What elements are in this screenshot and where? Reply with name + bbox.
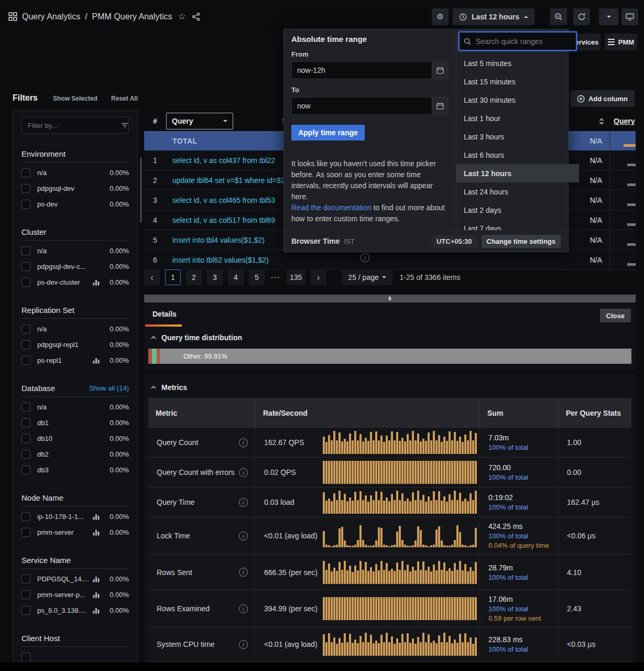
filter-item[interactable]: n/a 0.00% (21, 243, 129, 258)
quick-range-option[interactable]: Last 15 minutes (456, 72, 579, 91)
filter-item[interactable]: pdpgsql-dev 0.00% (21, 180, 129, 196)
calendar-button[interactable] (432, 98, 448, 114)
sum-percent-link[interactable]: 100% of total (488, 605, 528, 613)
time-range-picker-button[interactable]: Last 12 hours (453, 8, 534, 25)
sum-percent-link[interactable]: 100% of total (488, 532, 528, 540)
filter-item[interactable]: pdpgsql-dev-c... 0.00% (21, 258, 129, 274)
checkbox[interactable] (21, 184, 30, 193)
page-button[interactable]: 3 (207, 269, 223, 285)
filter-item[interactable]: ip-10-178-1-1... 0.00% (21, 508, 129, 524)
metrics-section-header[interactable]: Metrics (144, 374, 636, 392)
bar-chart-icon[interactable] (93, 607, 100, 614)
from-input[interactable] (292, 62, 432, 79)
distribution-section-header[interactable]: Query time distribution (144, 333, 636, 342)
checkbox[interactable] (21, 262, 30, 271)
filter-search-input[interactable] (27, 121, 121, 130)
filter-item[interactable] (21, 649, 129, 662)
filter-item[interactable]: db3 0.00% (21, 462, 129, 478)
info-icon[interactable]: i (239, 438, 248, 447)
quick-range-option[interactable]: Last 6 hours (456, 146, 579, 164)
quick-range-option[interactable]: Last 1 hour (456, 109, 579, 127)
filter-item[interactable]: pmm-server-p... 0.00% (21, 587, 129, 602)
sum-percent-link[interactable]: 100% of total (488, 473, 528, 481)
last-page-button[interactable]: 135 (287, 269, 305, 285)
bar-chart-icon[interactable] (93, 279, 100, 286)
to-input[interactable] (292, 98, 432, 114)
filter-item[interactable]: ps-dev 0.00% (21, 196, 129, 212)
filter-item[interactable]: n/a 0.00% (21, 399, 129, 415)
reset-all-link[interactable]: Reset All (111, 95, 138, 102)
filter-item[interactable]: ps-dev-cluster 0.00% (21, 274, 129, 290)
calendar-button[interactable] (432, 62, 448, 79)
zoom-out-button[interactable] (550, 8, 567, 25)
checkbox[interactable] (21, 356, 30, 365)
checkbox[interactable] (21, 324, 30, 333)
apply-time-range-button[interactable]: Apply time range (291, 125, 365, 140)
show-selected-link[interactable]: Show Selected (53, 95, 97, 102)
sort-icon[interactable] (599, 118, 604, 125)
checkbox[interactable] (21, 340, 30, 349)
filter-item[interactable]: n/a 0.00% (21, 165, 129, 180)
filter-item[interactable]: db2 0.00% (21, 446, 129, 462)
page-button[interactable]: 5 (249, 269, 265, 285)
filter-item[interactable]: db1 0.00% (21, 415, 129, 430)
tab-details[interactable]: Details (152, 310, 177, 318)
page-ellipsis[interactable]: ••• (271, 274, 280, 280)
checkbox[interactable] (21, 434, 30, 443)
dashboard-settings-button[interactable]: ⚙ (432, 8, 449, 25)
add-column-button[interactable]: Add column (570, 90, 635, 107)
query-row[interactable]: 6 insert into tbl62 values($1,$2) N/A (144, 250, 636, 270)
metric-column-header[interactable]: Query (609, 117, 636, 125)
panel-resize-handle[interactable] (144, 295, 636, 302)
breadcrumb-section[interactable]: Query Analytics (22, 12, 80, 21)
favorite-star-icon[interactable]: ☆ (178, 11, 186, 22)
checkbox[interactable] (21, 512, 30, 521)
read-documentation-link[interactable]: Read the documentation (291, 203, 372, 212)
query-column-select[interactable]: Query (166, 113, 233, 129)
info-icon[interactable]: i (239, 568, 248, 577)
tv-mode-button[interactable] (621, 8, 638, 25)
bar-chart-icon[interactable] (93, 529, 100, 536)
checkbox[interactable] (21, 200, 30, 209)
quick-range-option[interactable]: Last 30 minutes (456, 91, 579, 109)
checkbox[interactable] (21, 278, 30, 287)
info-icon[interactable]: i (239, 532, 248, 540)
apps-grid-icon[interactable] (8, 12, 17, 21)
sum-percent-link[interactable]: 100% of total (488, 645, 528, 653)
sidebar-scrollbar[interactable] (140, 157, 142, 223)
checkbox[interactable] (21, 466, 30, 474)
sum-percent-link[interactable]: 100% of total (488, 573, 528, 581)
bar-chart-icon[interactable] (93, 513, 100, 520)
page-button[interactable]: 1 (165, 269, 181, 285)
quick-range-option[interactable]: Last 7 days (456, 219, 579, 230)
checkbox[interactable] (21, 168, 30, 177)
checkbox[interactable] (21, 418, 30, 427)
quick-range-option[interactable]: Last 3 hours (456, 127, 579, 146)
show-all-link[interactable]: Show all (14) (89, 384, 129, 392)
query-link[interactable]: insert into tbl62 values($1,$2) (166, 256, 549, 264)
filter-item[interactable]: ps-repl1 0.00% (21, 352, 129, 368)
info-icon[interactable]: i (239, 468, 248, 477)
filter-item[interactable]: ps_8.0_3.138.... 0.00% (21, 602, 129, 618)
close-button[interactable]: Close (600, 309, 631, 322)
checkbox[interactable] (21, 606, 30, 615)
bar-chart-icon[interactable] (93, 576, 100, 582)
page-size-select[interactable]: 25 / page (342, 269, 392, 285)
filter-item[interactable]: n/a 0.00% (21, 321, 129, 337)
filter-item[interactable]: db10 0.00% (21, 430, 129, 446)
refresh-button[interactable] (573, 8, 590, 25)
sum-percent-link[interactable]: 100% of total (488, 443, 528, 451)
sum-percent-link[interactable]: 100% of total (488, 503, 528, 511)
share-icon[interactable] (192, 13, 200, 21)
checkbox[interactable] (21, 590, 30, 599)
quick-range-option[interactable]: Last 2 days (456, 201, 579, 219)
quick-ranges-search-input[interactable] (475, 37, 572, 46)
change-time-settings-button[interactable]: Change time settings (482, 235, 561, 248)
checkbox[interactable] (21, 403, 30, 412)
checkbox[interactable] (21, 575, 30, 583)
info-icon[interactable]: i (239, 498, 248, 507)
next-page-button[interactable]: › (311, 269, 326, 285)
quick-range-option[interactable]: Last 12 hours (456, 164, 579, 182)
refresh-interval-dropdown[interactable] (599, 8, 618, 25)
info-icon[interactable]: i (239, 640, 248, 649)
